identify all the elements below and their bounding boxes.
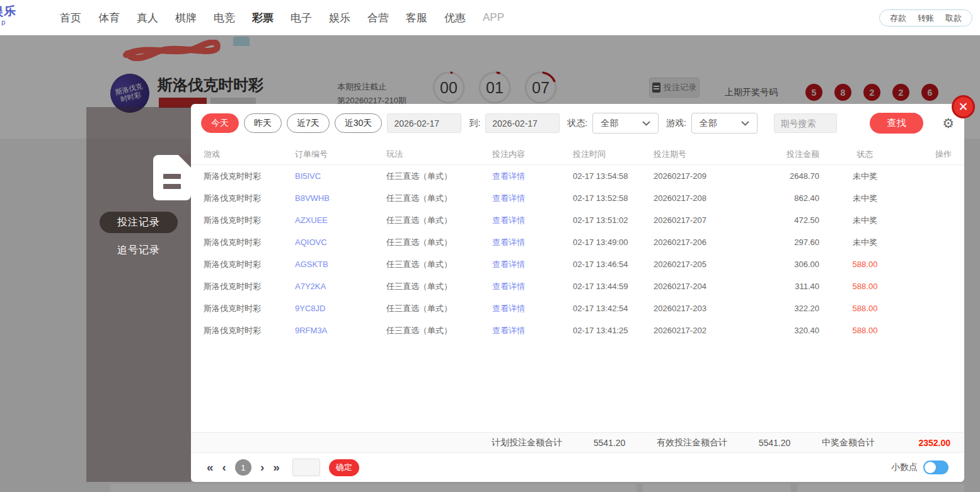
table-body: 斯洛伐克时时彩BI5IVC任三直选（单式）查看详情02-17 13:54:582… [191,165,964,432]
cell-play: 任三直选（单式） [386,215,492,226]
drawer-item-追号记录[interactable]: 追号记录 [100,239,178,261]
cell-order-link[interactable]: A7Y2KA [295,282,386,291]
view-details-link[interactable]: 查看详情 [492,237,573,248]
plan-total-label: 计划投注金额合计 [492,437,562,449]
cell-amount: 311.40 [759,282,819,291]
cell-game: 斯洛伐克时时彩 [204,171,295,182]
cell-order-link[interactable]: 9YC8JD [295,304,386,313]
game-selected: 全部 [700,118,717,129]
column-header-投注内容: 投注内容 [492,149,573,160]
quick-filter-昨天[interactable]: 昨天 [244,113,282,133]
cell-game: 斯洛伐克时时彩 [204,325,295,336]
cell-status: 588.00 [819,282,911,291]
table-row: 斯洛伐克时时彩9RFM3A任三直选（单式）查看详情02-17 13:41:252… [191,319,964,341]
cell-period: 20260217-208 [654,193,759,203]
logo-subtext: app [0,18,16,26]
date-to-input[interactable] [485,113,560,133]
date-from-input[interactable] [387,113,461,133]
period-search-input[interactable] [774,113,837,133]
column-header-游戏: 游戏 [204,149,295,160]
cell-amount: 862.40 [759,193,819,203]
quick-filter-近7天[interactable]: 近7天 [287,113,330,133]
nav-item-合营[interactable]: 合营 [367,11,389,25]
table-row: 斯洛伐克时时彩BI5IVC任三直选（单式）查看详情02-17 13:54:582… [191,165,964,187]
cell-period: 20260217-204 [654,282,759,291]
cell-order-link[interactable]: AGSKTB [295,260,386,269]
cell-order-link[interactable]: BI5IVC [295,171,386,181]
nav-item-电子[interactable]: 电子 [291,11,312,25]
first-page-button[interactable]: « [207,461,214,474]
prev-page-button[interactable]: ‹ [222,461,226,474]
view-details-link[interactable]: 查看详情 [492,303,573,314]
status-label: 状态: [567,118,587,129]
column-header-投注期号: 投注期号 [654,149,759,160]
cell-period: 20260217-206 [654,237,759,247]
nav-item-优惠[interactable]: 优惠 [444,11,466,25]
status-select[interactable]: 全部 [592,113,659,134]
cell-game: 斯洛伐克时时彩 [204,237,295,248]
current-page-button[interactable]: 1 [235,459,251,476]
last-page-button[interactable]: » [273,461,280,474]
game-select[interactable]: 全部 [691,113,758,134]
table-row: 斯洛伐克时时彩AZXUEE任三直选（单式）查看详情02-17 13:51:022… [191,209,964,231]
nav-item-客服[interactable]: 客服 [406,11,427,25]
top-navigation: 娱乐 app 首页体育真人棋牌电竞彩票电子娱乐合营客服优惠APP 存款转账取款 [0,0,980,35]
cell-status: 未中奖 [819,193,911,204]
cell-period: 20260217-207 [654,215,759,225]
nav-item-真人[interactable]: 真人 [137,11,158,25]
page: 娱乐 app 首页体育真人棋牌电竞彩票电子娱乐合营客服优惠APP 存款转账取款 … [0,0,980,492]
folded-corner [178,154,192,168]
gear-icon[interactable]: ⚙ [942,116,954,131]
site-logo: 娱乐 app [0,5,16,26]
cell-play: 任三直选（单式） [386,325,492,336]
doc-line [163,184,181,189]
cell-game: 斯洛伐克时时彩 [204,259,295,270]
wallet-action-取款[interactable]: 取款 [945,13,962,24]
confirm-page-button[interactable]: 确定 [329,459,359,476]
nav-item-娱乐[interactable]: 娱乐 [329,11,350,25]
cell-time: 02-17 13:44:59 [573,282,654,291]
view-details-link[interactable]: 查看详情 [492,325,573,336]
to-label: 到: [469,118,480,129]
nav-item-APP[interactable]: APP [483,11,504,24]
decimal-toggle[interactable] [923,461,948,474]
cell-order-link[interactable]: B8VWHB [295,193,386,203]
nav-menu: 首页体育真人棋牌电竞彩票电子娱乐合营客服优惠APP [60,0,504,35]
page-jump-input[interactable] [292,459,320,476]
column-header-投注时间: 投注时间 [573,149,654,160]
drawer-item-投注记录[interactable]: 投注记录 [100,212,178,233]
nav-item-电竞[interactable]: 电竞 [214,11,235,25]
find-button[interactable]: 查找 [870,113,924,134]
view-details-link[interactable]: 查看详情 [492,281,573,292]
quick-filter-近30天[interactable]: 近30天 [335,113,383,133]
wallet-action-转账[interactable]: 转账 [918,13,934,24]
view-details-link[interactable]: 查看详情 [492,193,573,204]
close-modal-button[interactable]: ✕ [952,95,975,118]
records-document-icon [153,155,191,200]
column-header-投注金额: 投注金额 [759,149,819,160]
next-page-button[interactable]: › [260,461,264,474]
table-row: 斯洛伐克时时彩AQIOVC任三直选（单式）查看详情02-17 13:49:002… [191,231,964,253]
cell-order-link[interactable]: AZXUEE [295,215,386,225]
summary-bar: 计划投注金额合计 5541.20 有效投注金额合计 5541.20 中奖金额合计… [191,432,964,453]
cell-game: 斯洛伐克时时彩 [204,281,295,292]
cell-order-link[interactable]: AQIOVC [295,237,386,247]
nav-item-棋牌[interactable]: 棋牌 [175,11,197,25]
nav-item-首页[interactable]: 首页 [60,11,81,25]
view-details-link[interactable]: 查看详情 [492,171,573,182]
quick-filter-今天[interactable]: 今天 [201,113,239,133]
view-details-link[interactable]: 查看详情 [492,259,573,270]
cell-time: 02-17 13:49:00 [573,237,654,247]
view-details-link[interactable]: 查看详情 [492,215,573,226]
toggle-knob [925,462,936,473]
valid-total-value: 5541.20 [727,438,822,448]
cell-time: 02-17 13:46:54 [573,260,654,269]
cell-status: 未中奖 [819,171,911,182]
wallet-action-存款[interactable]: 存款 [890,13,906,24]
doc-line [163,174,181,179]
decimal-label: 小数点 [891,462,918,473]
cell-game: 斯洛伐克时时彩 [204,193,295,204]
cell-order-link[interactable]: 9RFM3A [295,326,386,335]
nav-item-体育[interactable]: 体育 [98,11,120,25]
nav-item-彩票[interactable]: 彩票 [252,11,274,25]
